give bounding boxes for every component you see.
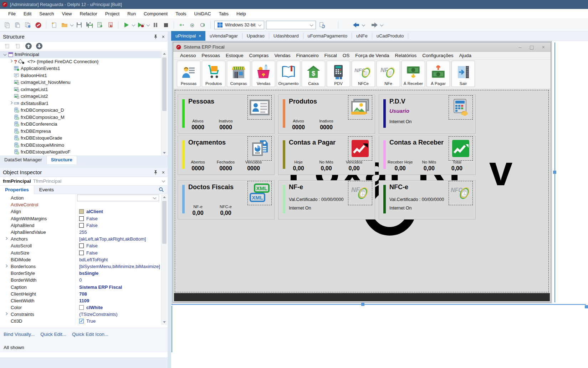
- stop-icon[interactable]: [162, 21, 170, 29]
- search-icon[interactable]: [159, 187, 164, 192]
- no-entry-icon[interactable]: [34, 21, 42, 29]
- delete-item-icon[interactable]: [14, 42, 22, 50]
- navigate-forward-icon[interactable]: [370, 21, 379, 29]
- structure-scrollbar[interactable]: [161, 51, 167, 156]
- property-expander[interactable]: [4, 237, 7, 241]
- menu-refactor[interactable]: Refactor: [77, 10, 101, 18]
- property-value[interactable]: [biSystemMenu,biMinimize,biMaximize]: [76, 263, 161, 270]
- property-checkbox[interactable]: [79, 223, 84, 228]
- menu-tabs[interactable]: Tabs: [216, 10, 232, 18]
- property-value[interactable]: False: [76, 249, 161, 256]
- card-icon-box[interactable]: [450, 138, 471, 159]
- property-row-borderwidth[interactable]: BorderWidth0: [0, 277, 161, 283]
- tree-item-frxdbcomposicao-m[interactable]: frxDBComposicao_M: [0, 114, 161, 121]
- tree-item-frxdbestoquenegativof[interactable]: frxDBEstoqueNegativoF: [0, 148, 161, 156]
- copy-icon[interactable]: [3, 21, 11, 29]
- tree-item-frxdbcomposicao-d[interactable]: frxDBComposicao_D: [0, 107, 161, 114]
- form-minimize-button[interactable]: –: [519, 44, 522, 50]
- menu-view[interactable]: View: [59, 10, 75, 18]
- form-toolbar-button-nfce[interactable]: NFCeNFCe: [352, 61, 375, 87]
- form-menu-fiscal[interactable]: Fiscal: [322, 52, 339, 59]
- card-icon-box[interactable]: [350, 138, 370, 159]
- card-icon-box[interactable]: XMLXML: [249, 183, 270, 203]
- property-value[interactable]: 708: [76, 291, 161, 297]
- tree-item-frmprincipal[interactable]: frmPrincipal: [0, 51, 161, 58]
- property-row-caption[interactable]: CaptionSistema ERP Fiscal: [0, 283, 161, 290]
- form-toolbar-button-pagar[interactable]: Á Pagar: [426, 61, 450, 87]
- editor-tab-uformapagamento[interactable]: uFormaPagamento: [303, 31, 352, 41]
- form-menu-relat-rios[interactable]: Relatórios: [393, 52, 419, 59]
- designed-form-window[interactable]: Sistema ERP Fiscal – ▢ × AcessoPessoasEs…: [173, 42, 551, 302]
- form-menu-pessoas[interactable]: Pessoas: [199, 52, 223, 59]
- form-toolbar-button-receber[interactable]: Á Receber: [402, 61, 425, 87]
- property-value[interactable]: False: [76, 222, 161, 229]
- forward-dropdown-chevron[interactable]: [380, 23, 384, 26]
- tree-item-cximagelist1[interactable]: cxImageList1: [0, 86, 161, 93]
- inspector-tab-properties[interactable]: Properties: [0, 186, 34, 194]
- property-row-constraints[interactable]: Constraints(TSizeConstraints): [0, 311, 161, 318]
- save-icon[interactable]: [75, 21, 83, 29]
- open-folder-icon[interactable]: [60, 21, 69, 29]
- property-row-activecontrol[interactable]: ActiveControl: [0, 201, 161, 208]
- designer-guide-vertical-short[interactable]: [172, 306, 172, 352]
- form-menu-financeiro[interactable]: Financeiro: [293, 52, 321, 59]
- designer-guide-handle[interactable]: [585, 305, 588, 308]
- save-all-icon[interactable]: [85, 21, 94, 29]
- run-debug-icon[interactable]: [137, 21, 145, 29]
- run-to-cursor-icon[interactable]: [198, 21, 207, 29]
- card-icon-box[interactable]: [450, 97, 471, 118]
- tree-item-balloonhint1[interactable]: BalloonHint1: [0, 72, 161, 79]
- property-row-bordericons[interactable]: BorderIcons[biSystemMenu,biMinimize,biMa…: [0, 263, 161, 270]
- form-dashboard[interactable]: FoxaERP v PessoasAtivos0000Inativos0000P…: [174, 89, 550, 293]
- property-value[interactable]: False: [76, 215, 161, 222]
- back-dropdown-chevron[interactable]: [362, 23, 365, 26]
- tree-expander[interactable]: [9, 60, 12, 63]
- form-maximize-button[interactable]: ▢: [530, 44, 534, 50]
- form-menu-configura-es[interactable]: Configurações: [420, 52, 456, 59]
- card-doctos-fiscais[interactable]: Doctos FiscaisNF-e0,00NFC-e0,00XMLXML: [178, 180, 275, 220]
- editor-tab-upadrao[interactable]: Upadrao: [242, 31, 269, 41]
- card-or-amentos[interactable]: OrçamentosAbertos0000Fechados0000Vencido…: [178, 136, 275, 175]
- tree-item-frxdbestoqueminimo[interactable]: frxDBEstoqueMinimo: [0, 142, 161, 149]
- property-row-clientheight[interactable]: ClientHeight708: [0, 291, 161, 297]
- property-row-bidimode[interactable]: BiDiModebdLeftToRight: [0, 256, 161, 263]
- designer-guide-handle[interactable]: [361, 303, 364, 306]
- menu-tools[interactable]: Tools: [172, 10, 189, 18]
- menu-search[interactable]: Search: [36, 10, 57, 18]
- card-produtos[interactable]: ProdutosAtivos0000Inativos0000: [278, 95, 375, 134]
- tree-item-cximagelist2[interactable]: cxImageList2: [0, 93, 161, 100]
- property-row-anchors[interactable]: Anchors[akLeft,akTop,akRight,akBottom]: [0, 236, 161, 242]
- form-toolbar-button-or-amento[interactable]: Orçamento: [277, 61, 300, 87]
- property-value[interactable]: [76, 201, 161, 208]
- property-row-action[interactable]: Action: [0, 195, 161, 201]
- property-row-borderstyle[interactable]: BorderStylebsSingle: [0, 270, 161, 277]
- move-down-icon[interactable]: [35, 42, 44, 50]
- tree-item-cximagelist-novomenu[interactable]: cxImageList_NovoMenu: [0, 79, 161, 86]
- menu-unidac[interactable]: UniDAC: [191, 10, 214, 18]
- card-icon-box[interactable]: [249, 138, 270, 159]
- form-menu-compras[interactable]: Compras: [247, 52, 271, 59]
- card-icon-box[interactable]: [249, 97, 270, 118]
- tree-expander[interactable]: [4, 53, 7, 56]
- form-menu-ajuda[interactable]: Ajuda: [456, 52, 474, 59]
- link-quick-edit[interactable]: Quick Edit...: [40, 332, 66, 337]
- selected-object-combo[interactable]: frmPrincipal TfrmPrincipal: [0, 177, 168, 186]
- property-checkbox[interactable]: [79, 216, 84, 221]
- form-menu-for-a-de-venda[interactable]: Força de Venda: [353, 52, 392, 59]
- run-icon[interactable]: [122, 21, 131, 29]
- property-checkbox[interactable]: [79, 243, 84, 248]
- file-import-icon[interactable]: [106, 21, 114, 29]
- property-value[interactable]: clWhite: [76, 304, 161, 311]
- form-menu-vendas[interactable]: Vendas: [272, 52, 293, 59]
- menu-file[interactable]: File: [5, 10, 19, 18]
- form-toolbar-button-produtos[interactable]: Produtos: [202, 61, 225, 87]
- paste-icon[interactable]: [13, 21, 22, 29]
- step-over-icon[interactable]: [188, 21, 196, 29]
- card-nfc-e[interactable]: NFC-eVal.Certificado : 00/00/0000Interne…: [379, 180, 476, 220]
- link-quick-edit-icon[interactable]: Quick Edit Icon...: [72, 332, 108, 337]
- form-menu-acesso[interactable]: Acesso: [178, 52, 198, 59]
- form-toolbar-button-pessoas[interactable]: Pessoas: [177, 61, 200, 87]
- property-row-clientwidth[interactable]: ClientWidth1109: [0, 297, 161, 304]
- tree-item-frxdbempresa[interactable]: frxDBEmpresa: [0, 128, 161, 135]
- property-value[interactable]: [76, 195, 161, 201]
